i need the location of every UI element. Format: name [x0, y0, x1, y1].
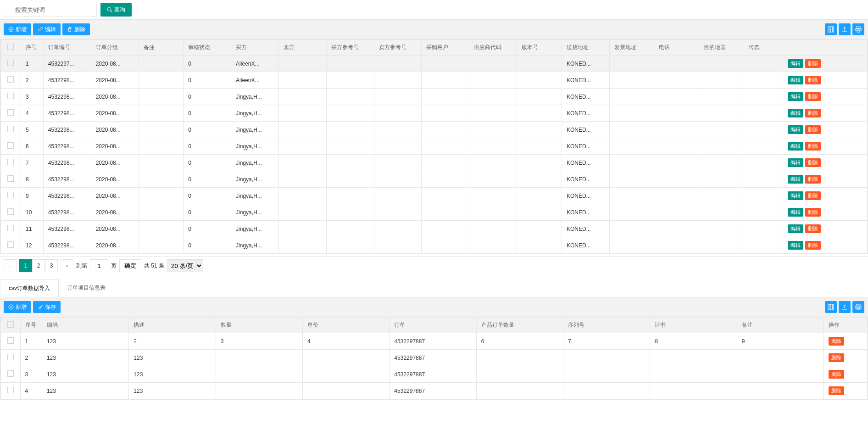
- cell: [422, 105, 469, 122]
- row-checkbox[interactable]: [7, 387, 14, 393]
- cell: [374, 237, 422, 254]
- row-edit-button[interactable]: 编辑: [788, 241, 803, 250]
- row-edit-button[interactable]: 编辑: [788, 76, 803, 84]
- add-button[interactable]: 新增: [4, 23, 31, 35]
- row-edit-button[interactable]: 编辑: [788, 59, 803, 68]
- table-row[interactable]: 41231234532297887删除: [1, 383, 868, 399]
- row-delete-button[interactable]: 删除: [805, 109, 821, 117]
- print-button[interactable]: [852, 23, 864, 35]
- cell: [422, 204, 469, 221]
- row-edit-button[interactable]: 编辑: [788, 208, 803, 217]
- page-number-button[interactable]: 2: [32, 259, 45, 272]
- table-row[interactable]: 14532297...2020-08...0AileenX...KONED...…: [1, 56, 868, 72]
- table-row[interactable]: 112323445322978876789删除: [1, 333, 868, 350]
- table-row[interactable]: 34532298...2020-08...0Jingya,H...KONED..…: [1, 89, 868, 105]
- row-checkbox[interactable]: [7, 93, 14, 99]
- cell: 4532298...: [43, 122, 91, 138]
- sub-columns-button[interactable]: [825, 301, 837, 313]
- row-delete-button[interactable]: 删除: [829, 337, 844, 346]
- row-delete-button[interactable]: 删除: [805, 158, 821, 167]
- goto-input[interactable]: [90, 259, 108, 272]
- search-input[interactable]: [4, 3, 97, 17]
- sub-save-button[interactable]: 保存: [33, 301, 61, 313]
- cell: 4532297887: [389, 333, 476, 350]
- row-delete-button[interactable]: 删除: [805, 92, 821, 101]
- query-button[interactable]: 查询: [100, 3, 132, 17]
- row-delete-button[interactable]: 删除: [805, 59, 821, 68]
- row-delete-button[interactable]: 删除: [829, 370, 844, 379]
- row-checkbox[interactable]: [7, 354, 14, 360]
- row-delete-button[interactable]: 删除: [805, 76, 821, 84]
- table-row[interactable]: 21231234532297887删除: [1, 350, 868, 366]
- row-delete-button[interactable]: 删除: [829, 386, 844, 395]
- row-checkbox[interactable]: [7, 159, 14, 165]
- row-checkbox[interactable]: [7, 337, 14, 344]
- table-row[interactable]: 74532298...2020-08...0Jingya,H...KONED..…: [1, 155, 868, 171]
- row-checkbox[interactable]: [7, 60, 14, 66]
- row-checkbox[interactable]: [7, 208, 14, 215]
- cell: [609, 105, 654, 122]
- table-row[interactable]: 84532298...2020-08...0Jingya,H...KONED..…: [1, 171, 868, 188]
- cell: [609, 188, 654, 204]
- row-checkbox[interactable]: [7, 175, 14, 182]
- page-next-button[interactable]: ›: [61, 259, 73, 272]
- row-delete-button[interactable]: 删除: [805, 208, 821, 217]
- table-row[interactable]: 31231234532297887删除: [1, 366, 868, 383]
- delete-button[interactable]: 删除: [62, 23, 90, 35]
- row-checkbox[interactable]: [7, 241, 14, 248]
- row-checkbox[interactable]: [7, 109, 14, 116]
- cell: 4532298...: [43, 204, 91, 221]
- sub-table-wrap: 序号编码描述数量单价订单产品订单数量序列号证书备注操作 112323445322…: [0, 317, 868, 400]
- sub-add-button[interactable]: 新增: [4, 301, 31, 313]
- cell: [422, 122, 469, 138]
- select-all-checkbox[interactable]: [7, 44, 14, 50]
- row-edit-button[interactable]: 编辑: [788, 191, 803, 200]
- edit-label: 编辑: [45, 26, 56, 34]
- row-delete-button[interactable]: 删除: [805, 224, 821, 233]
- row-edit-button[interactable]: 编辑: [788, 109, 803, 117]
- row-edit-button[interactable]: 编辑: [788, 92, 803, 101]
- table-row[interactable]: 114532298...2020-08...0Jingya,H...KONED.…: [1, 221, 868, 237]
- table-row[interactable]: 104532298...2020-08...0Jingya,H...KONED.…: [1, 204, 868, 221]
- row-checkbox[interactable]: [7, 126, 14, 132]
- row-delete-button[interactable]: 删除: [805, 191, 821, 200]
- cell: 2020-08...: [91, 171, 139, 188]
- row-edit-button[interactable]: 编辑: [788, 142, 803, 151]
- row-delete-button[interactable]: 删除: [829, 353, 844, 362]
- cell: 4532298...: [43, 72, 91, 89]
- row-delete-button[interactable]: 删除: [805, 142, 821, 151]
- table-row[interactable]: 94532298...2020-08...0Jingya,H...KONED..…: [1, 188, 868, 204]
- row-delete-button[interactable]: 删除: [805, 125, 821, 134]
- cell: 4532298...: [43, 188, 91, 204]
- page-prev-button[interactable]: ‹: [4, 259, 17, 272]
- cell: [422, 237, 469, 254]
- columns-button[interactable]: [825, 23, 837, 35]
- table-row[interactable]: 24532298...2020-08...0AileenX...KONED...…: [1, 72, 868, 89]
- sub-export-button[interactable]: [839, 301, 851, 313]
- sub-print-button[interactable]: [852, 301, 864, 313]
- row-delete-button[interactable]: 删除: [805, 175, 821, 184]
- tab-order-items[interactable]: 订单项目信息表: [59, 279, 114, 297]
- row-checkbox[interactable]: [7, 76, 14, 83]
- tab-csv-import[interactable]: csv订单数据导入: [0, 279, 59, 297]
- table-row[interactable]: 64532298...2020-08...0Jingya,H...KONED..…: [1, 138, 868, 155]
- edit-button[interactable]: 编辑: [33, 23, 61, 35]
- row-checkbox[interactable]: [7, 225, 14, 231]
- table-row[interactable]: 44532298...2020-08...0Jingya,H...KONED..…: [1, 105, 868, 122]
- sub-select-all-checkbox[interactable]: [7, 321, 14, 328]
- table-row[interactable]: 54532298...2020-08...0Jingya,H...KONED..…: [1, 122, 868, 138]
- export-button[interactable]: [839, 23, 851, 35]
- row-edit-button[interactable]: 编辑: [788, 158, 803, 167]
- row-checkbox[interactable]: [7, 370, 14, 377]
- row-checkbox[interactable]: [7, 192, 14, 198]
- row-delete-button[interactable]: 删除: [805, 241, 821, 250]
- row-edit-button[interactable]: 编辑: [788, 175, 803, 184]
- row-edit-button[interactable]: 编辑: [788, 125, 803, 134]
- page-number-button[interactable]: 1: [19, 259, 32, 272]
- goto-confirm-button[interactable]: 确定: [119, 259, 141, 272]
- row-edit-button[interactable]: 编辑: [788, 224, 803, 233]
- row-checkbox[interactable]: [7, 142, 14, 149]
- page-number-button[interactable]: 3: [45, 259, 58, 272]
- per-page-select[interactable]: 20 条/页: [167, 259, 203, 272]
- table-row[interactable]: 124532298...2020-08...0Jingya,H...KONED.…: [1, 237, 868, 254]
